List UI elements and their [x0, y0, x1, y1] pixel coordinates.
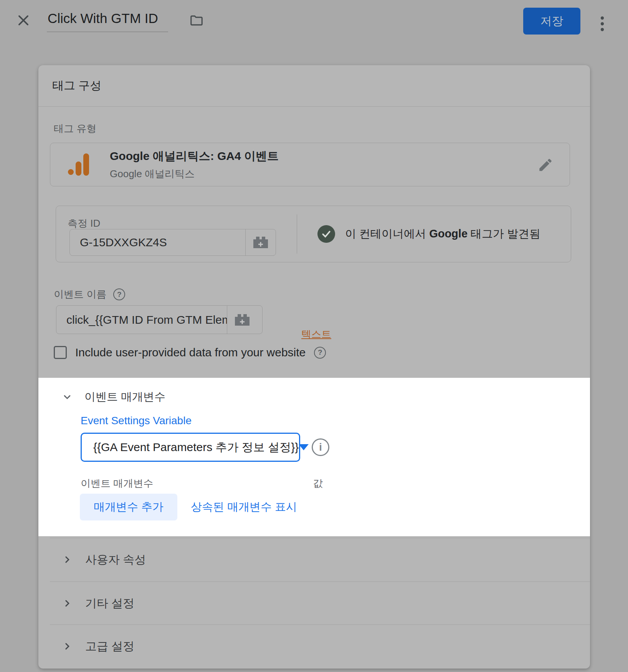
chevron-right-icon — [61, 598, 73, 609]
event-settings-variable-select[interactable]: {{GA Event Parameters 추가 정보 설정}} — [81, 433, 300, 462]
dropdown-arrow-icon — [299, 444, 309, 450]
save-button[interactable]: 저장 — [523, 8, 580, 35]
tag-type-vendor: Google 애널리틱스 — [110, 167, 279, 181]
section-other-settings[interactable]: 기타 설정 — [38, 581, 590, 625]
event-settings-variable-label: Event Settings Variable — [81, 415, 192, 427]
check-circle-icon — [317, 225, 335, 243]
text-link[interactable]: 텍스트 — [301, 328, 331, 341]
help-icon[interactable]: ? — [113, 288, 125, 300]
measurement-id-box: 측정 ID G-15DXXGKZ4S 이 컨테이너에서 Google 태그가 발… — [56, 206, 571, 262]
chevron-down-icon — [61, 391, 73, 403]
event-name-input: click_{{GTM ID From GTM Element — [56, 305, 263, 334]
chevron-right-icon — [61, 554, 73, 565]
event-settings-variable-value: {{GA Event Parameters 추가 정보 설정}} — [93, 440, 299, 455]
more-vert-icon[interactable] — [597, 15, 608, 33]
tag-configuration-card: 태그 구성 태그 유형 Google 애널리틱스: GA4 이벤트 Google… — [38, 65, 590, 669]
show-inherited-parameters-link[interactable]: 상속된 매개변수 표시 — [191, 494, 297, 520]
info-icon[interactable]: i — [312, 438, 329, 456]
measurement-id-value[interactable]: G-15DXXGKZ4S — [70, 229, 245, 255]
event-name-label: 이벤트 이름 — [54, 288, 106, 301]
help-icon[interactable]: ? — [314, 347, 326, 359]
chevron-right-icon — [61, 641, 73, 652]
top-bar: Click With GTM ID 저장 — [0, 0, 628, 41]
variable-picker-icon[interactable] — [246, 229, 276, 255]
folder-icon[interactable] — [189, 13, 204, 28]
card-title: 태그 구성 — [38, 65, 590, 107]
event-name-value[interactable]: click_{{GTM ID From GTM Element — [56, 306, 227, 334]
tag-name-field[interactable]: Click With GTM ID — [47, 11, 168, 32]
measurement-id-label: 측정 ID — [68, 217, 100, 230]
section-advanced-settings[interactable]: 고급 설정 — [38, 624, 590, 668]
event-parameters-title: 이벤트 매개변수 — [84, 389, 165, 405]
measurement-id-input: G-15DXXGKZ4S — [69, 229, 276, 256]
user-data-checkbox[interactable] — [54, 346, 67, 359]
event-parameters-section: 이벤트 매개변수 Event Settings Variable {{GA Ev… — [38, 378, 590, 536]
google-analytics-icon — [68, 153, 89, 176]
user-data-checkbox-label: Include user-provided data from your web… — [75, 346, 306, 359]
add-parameter-button[interactable]: 매개변수 추가 — [80, 494, 177, 520]
event-parameters-header[interactable]: 이벤트 매개변수 — [61, 387, 165, 407]
google-tag-found-status: 이 컨테이너에서 Google 태그가 발견됨 — [345, 226, 540, 242]
edit-icon[interactable] — [537, 157, 554, 173]
section-user-properties[interactable]: 사용자 속성 — [38, 538, 590, 581]
tag-type-label: 태그 유형 — [54, 122, 96, 135]
tag-type-name: Google 애널리틱스: GA4 이벤트 — [110, 148, 279, 164]
close-icon[interactable] — [16, 13, 31, 28]
tag-type-tile: Google 애널리틱스: GA4 이벤트 Google 애널리틱스 — [50, 143, 570, 186]
value-column-label: 값 — [313, 477, 323, 490]
parameter-column-label: 이벤트 매개변수 — [81, 477, 153, 490]
variable-picker-icon[interactable] — [227, 306, 257, 334]
